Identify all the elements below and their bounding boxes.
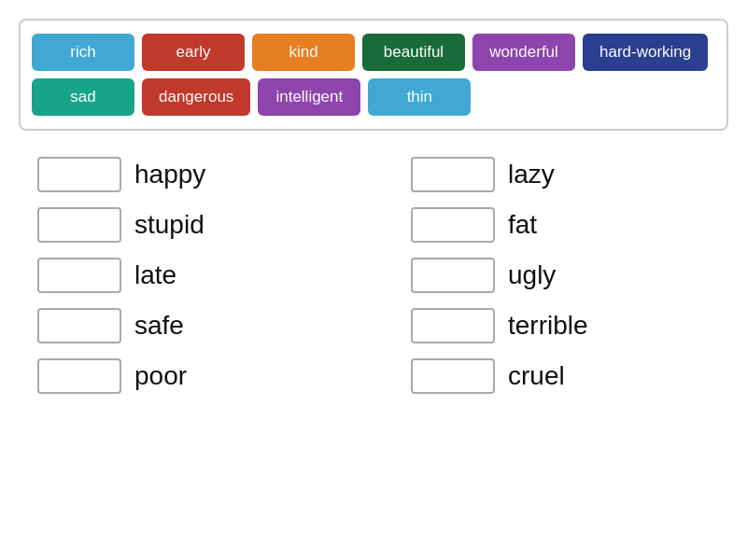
match-row-left-1: stupid <box>37 207 355 243</box>
word-tile-dangerous[interactable]: dangerous <box>142 78 250 116</box>
answer-box-left-1[interactable] <box>37 207 121 243</box>
word-tile-sad[interactable]: sad <box>32 78 134 116</box>
match-word-right-4: cruel <box>508 361 565 391</box>
answer-box-right-4[interactable] <box>411 358 495 394</box>
match-word-right-1: fat <box>508 210 537 240</box>
match-row-right-0: lazy <box>411 157 728 192</box>
match-row-right-4: cruel <box>411 358 728 394</box>
match-row-left-3: safe <box>37 308 355 343</box>
match-word-left-3: safe <box>134 311 184 341</box>
right-column: lazyfatuglyterriblecruel <box>411 157 728 409</box>
match-row-left-0: happy <box>37 157 355 192</box>
match-row-left-4: poor <box>37 358 355 394</box>
match-row-left-2: late <box>37 258 355 293</box>
word-tile-wonderful[interactable]: wonderful <box>472 34 575 71</box>
answer-box-left-0[interactable] <box>37 157 121 192</box>
word-tile-early[interactable]: early <box>142 34 245 71</box>
answer-box-right-1[interactable] <box>411 207 495 243</box>
word-tile-thin[interactable]: thin <box>368 78 471 116</box>
answer-box-right-3[interactable] <box>411 308 495 343</box>
word-tile-beautiful[interactable]: beautiful <box>362 34 465 71</box>
match-row-right-2: ugly <box>411 258 728 293</box>
answer-box-right-0[interactable] <box>411 157 495 192</box>
match-word-left-1: stupid <box>134 210 204 240</box>
word-bank: richearlykindbeautifulwonderfulhard-work… <box>19 19 728 131</box>
word-tile-hard-working[interactable]: hard-working <box>583 34 708 71</box>
answer-box-left-3[interactable] <box>37 308 121 343</box>
match-word-right-0: lazy <box>508 160 555 189</box>
match-word-right-3: terrible <box>508 311 588 341</box>
match-word-right-2: ugly <box>508 260 556 290</box>
match-row-right-1: fat <box>411 207 728 243</box>
answer-box-right-2[interactable] <box>411 258 495 293</box>
answer-box-left-2[interactable] <box>37 258 121 293</box>
match-row-right-3: terrible <box>411 308 728 343</box>
answer-box-left-4[interactable] <box>37 358 121 394</box>
left-column: happystupidlatesafepoor <box>37 157 355 409</box>
match-word-left-2: late <box>134 260 176 290</box>
word-tile-kind[interactable]: kind <box>252 34 355 71</box>
word-tile-intelligent[interactable]: intelligent <box>258 78 360 116</box>
match-area: happystupidlatesafepoor lazyfatuglyterri… <box>19 157 728 409</box>
match-word-left-0: happy <box>134 160 205 189</box>
match-word-left-4: poor <box>134 361 187 391</box>
word-tile-rich[interactable]: rich <box>32 34 134 71</box>
